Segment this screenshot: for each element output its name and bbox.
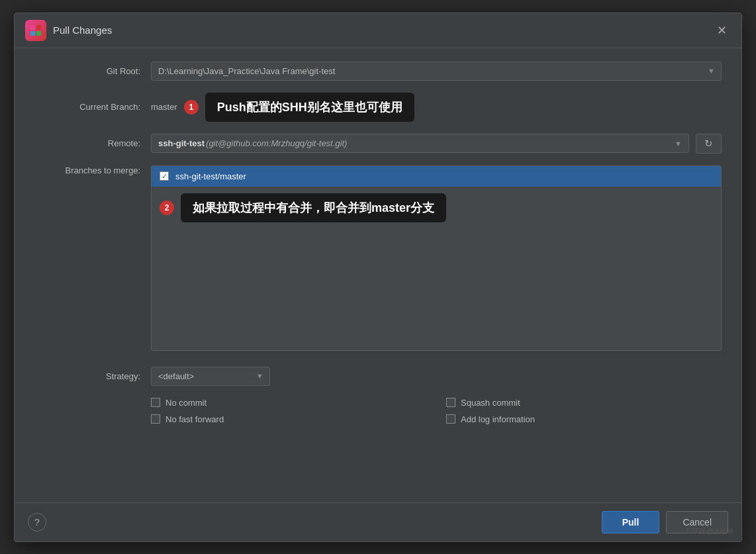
add-log-information-option: Add log information — [446, 414, 722, 424]
no-commit-label: No commit — [165, 398, 207, 408]
branch-name-text: master — [151, 102, 177, 112]
current-branch-label: Current Branch: — [34, 102, 140, 112]
svg-rect-1 — [36, 25, 41, 30]
watermark: CSDN @苏暄响 — [686, 527, 733, 536]
remote-label: Remote: — [34, 138, 140, 148]
pull-button[interactable]: Pull — [602, 511, 660, 533]
tooltip-1: Push配置的SHH别名这里也可使用 — [205, 93, 414, 122]
no-fast-forward-checkbox[interactable] — [151, 414, 160, 424]
remote-controls: ssh-git-test (git@github.com:Mrzhugq/git… — [151, 134, 722, 154]
help-button[interactable]: ? — [28, 513, 46, 531]
dialog-title: Pull Changes — [53, 24, 706, 36]
squash-commit-checkbox[interactable] — [446, 398, 455, 407]
branches-to-merge-row: Branches to merge: ✓ ssh-git-test/master… — [34, 165, 722, 351]
add-log-information-checkbox[interactable] — [446, 414, 455, 424]
strategy-select-wrap: <default> resolve recursive octopus ours… — [151, 367, 270, 386]
title-bar: Pull Changes ✕ — [15, 13, 741, 48]
strategy-select[interactable]: <default> resolve recursive octopus ours… — [151, 367, 270, 386]
remote-select[interactable]: ssh-git-test (git@github.com:Mrzhugq/git… — [151, 134, 689, 153]
annotation-badge-1: 1 — [184, 100, 199, 115]
remote-name-bold: ssh-git-test — [158, 138, 205, 148]
git-root-row: Git Root: D:\Learning\Java_Practice\Java… — [34, 62, 722, 81]
no-fast-forward-label: No fast forward — [165, 414, 224, 424]
branches-list[interactable]: ✓ ssh-git-test/master 2 如果拉取过程中有合并，即合并到m… — [151, 165, 722, 351]
svg-rect-2 — [30, 31, 35, 36]
add-log-information-label: Add log information — [461, 414, 535, 424]
branch-checkbox[interactable]: ✓ — [160, 171, 169, 181]
svg-rect-0 — [30, 25, 35, 30]
remote-chevron-icon: ▼ — [675, 140, 682, 148]
tooltip-2: 如果拉取过程中有合并，即合并到master分支 — [181, 193, 446, 222]
no-commit-checkbox[interactable] — [151, 398, 160, 407]
app-icon — [25, 20, 46, 41]
branches-to-merge-label: Branches to merge: — [34, 165, 140, 175]
branch-name-selected: ssh-git-test/master — [175, 171, 246, 181]
no-commit-option: No commit — [151, 398, 426, 408]
remote-url-italic: (git@github.com:Mrzhugq/git-test.git) — [206, 138, 347, 148]
remote-row: Remote: ssh-git-test (git@github.com:Mrz… — [34, 134, 722, 154]
refresh-button[interactable]: ↻ — [696, 134, 722, 154]
dialog-footer: ? Pull Cancel — [15, 502, 741, 541]
git-root-label: Git Root: — [34, 66, 140, 76]
git-root-select-wrap: D:\Learning\Java_Practice\Java Frame\git… — [151, 62, 722, 81]
strategy-row: Strategy: <default> resolve recursive oc… — [34, 367, 722, 386]
current-branch-row: Current Branch: master 1 Push配置的SHH别名这里也… — [34, 93, 722, 122]
options-grid: No commit Squash commit No fast forward … — [151, 398, 722, 424]
close-button[interactable]: ✕ — [713, 23, 731, 38]
git-root-select[interactable]: D:\Learning\Java_Practice\Java Frame\git… — [151, 62, 722, 81]
pull-changes-dialog: Pull Changes ✕ Git Root: D:\Learning\Jav… — [14, 13, 742, 542]
squash-commit-option: Squash commit — [446, 398, 722, 408]
squash-commit-label: Squash commit — [461, 398, 520, 408]
current-branch-content: master 1 Push配置的SHH别名这里也可使用 — [151, 93, 414, 122]
no-fast-forward-option: No fast forward — [151, 414, 426, 424]
tooltip-2-row: 2 如果拉取过程中有合并，即合并到master分支 — [152, 187, 721, 229]
svg-rect-3 — [36, 31, 41, 36]
branch-list-item-selected[interactable]: ✓ ssh-git-test/master — [152, 166, 721, 187]
strategy-label: Strategy: — [34, 371, 140, 381]
dialog-content: Git Root: D:\Learning\Java_Practice\Java… — [15, 48, 741, 502]
annotation-badge-2: 2 — [160, 201, 174, 215]
